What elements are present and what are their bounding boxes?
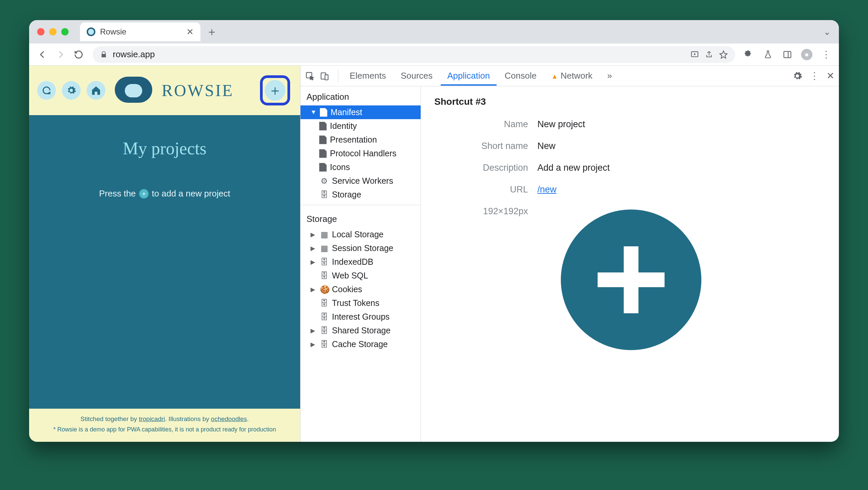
sidebar-item-manifest[interactable]: ▼ Manifest: [301, 105, 421, 119]
sidebar-item-icons[interactable]: Icons: [301, 160, 421, 174]
grid-icon: ▦: [320, 230, 329, 239]
minimize-window-button[interactable]: [49, 28, 57, 35]
bookmark-icon[interactable]: [719, 50, 728, 59]
value-url-link[interactable]: /new: [537, 184, 556, 194]
sidebar-item-local-storage[interactable]: ▶▦Local Storage: [301, 227, 421, 241]
toolbar-actions: ● ⋮: [742, 48, 833, 61]
back-button[interactable]: [35, 47, 50, 62]
address-bar[interactable]: rowsie.app: [93, 46, 735, 63]
close-tab-button[interactable]: ✕: [186, 27, 194, 37]
forward-button[interactable]: [53, 47, 68, 62]
devtools-close-icon[interactable]: ✕: [827, 70, 834, 81]
chevron-right-icon: ▶: [311, 231, 316, 238]
sidebar-item-shared-storage[interactable]: ▶🗄Shared Storage: [301, 324, 421, 337]
database-icon: 🗄: [320, 326, 329, 335]
footer-credits: Stitched together by tropicadri. Illustr…: [39, 416, 290, 423]
install-app-icon[interactable]: [690, 50, 699, 59]
app-body: My projects Press the ＋ to add a new pro…: [29, 115, 300, 409]
sidebar-section-storage: Storage: [301, 209, 421, 227]
devtools-tabs: Elements Sources Application Console Net…: [301, 66, 839, 86]
credit-link-1[interactable]: tropicadri: [139, 416, 165, 422]
new-tab-button[interactable]: ＋: [204, 24, 220, 40]
tabs-overflow[interactable]: »: [601, 66, 619, 86]
tab-network[interactable]: Network: [545, 66, 599, 86]
file-icon: [319, 122, 327, 130]
device-toolbar-icon[interactable]: [320, 71, 333, 81]
file-icon: [320, 108, 327, 117]
credit-link-2[interactable]: ochedoodles: [211, 416, 247, 422]
page-title: My projects: [123, 139, 207, 158]
file-icon: [319, 135, 327, 144]
add-project-button-highlight: ＋: [260, 75, 290, 105]
tab-title: Rowsie: [100, 27, 126, 36]
label-icon-size: 192×192px: [434, 206, 528, 217]
sidebar-item-cache-storage[interactable]: ▶🗄Cache Storage: [301, 337, 421, 351]
tab-sources[interactable]: Sources: [394, 66, 439, 86]
devtools-body: Application ▼ Manifest Identity Presenta…: [301, 86, 839, 442]
sidebar-item-websql[interactable]: 🗄Web SQL: [301, 269, 421, 282]
tabs-overflow-button[interactable]: ⌄: [824, 27, 831, 37]
devtools-settings-icon[interactable]: [793, 71, 802, 81]
svg-rect-5: [325, 74, 328, 80]
chevron-right-icon: ▶: [311, 245, 316, 252]
footer-disclaimer: * Rowsie is a demo app for PWA capabilit…: [39, 426, 290, 433]
tab-elements[interactable]: Elements: [343, 66, 393, 86]
sidebar-item-interest-groups[interactable]: 🗄Interest Groups: [301, 310, 421, 324]
sidebar-item-storage[interactable]: 🗄Storage: [301, 188, 421, 202]
favicon-icon: [87, 27, 95, 36]
sidebar-item-protocol-handlers[interactable]: Protocol Handlers: [301, 147, 421, 160]
file-icon: [319, 163, 327, 172]
grid-icon: ▦: [320, 244, 329, 253]
value-short-name: New: [537, 141, 555, 151]
content-area: ROWSIE ＋ My projects Press the ＋ to add …: [29, 66, 839, 442]
app-logo-text: ROWSIE: [162, 81, 234, 100]
omnibox-actions: [690, 50, 728, 59]
labs-icon[interactable]: [761, 48, 775, 61]
devtools-menu-icon[interactable]: ⋮: [810, 70, 819, 81]
devtools-panel: Elements Sources Application Console Net…: [300, 66, 839, 442]
home-button[interactable]: [87, 81, 105, 100]
label-url: URL: [434, 184, 528, 195]
chevron-down-icon: ▼: [311, 109, 316, 116]
tab-console[interactable]: Console: [498, 66, 543, 86]
rowsie-app: ROWSIE ＋ My projects Press the ＋ to add …: [29, 66, 300, 442]
side-panel-icon[interactable]: [781, 48, 794, 61]
tab-application[interactable]: Application: [441, 66, 497, 86]
share-icon[interactable]: [705, 50, 713, 59]
database-icon: 🗄: [320, 312, 329, 321]
sidebar-item-cookies[interactable]: ▶🍪Cookies: [301, 282, 421, 296]
profile-button[interactable]: ●: [800, 48, 813, 61]
sidebar-item-indexeddb[interactable]: ▶🗄IndexedDB: [301, 255, 421, 269]
sidebar-item-session-storage[interactable]: ▶▦Session Storage: [301, 241, 421, 255]
chevron-right-icon: ▶: [311, 341, 316, 348]
database-icon: 🗄: [320, 340, 329, 349]
settings-button[interactable]: [62, 81, 81, 100]
sidebar-item-service-workers[interactable]: ⚙Service Workers: [301, 174, 421, 188]
fullscreen-window-button[interactable]: [61, 28, 69, 35]
value-name: New project: [537, 119, 585, 129]
extensions-icon[interactable]: [742, 48, 755, 61]
browser-tab[interactable]: Rowsie ✕: [80, 23, 200, 41]
reload-button[interactable]: [71, 47, 86, 62]
sidebar-item-presentation[interactable]: Presentation: [301, 133, 421, 147]
database-icon: 🗄: [320, 299, 329, 308]
plus-icon: ＋: [139, 189, 149, 198]
browser-menu-button[interactable]: ⋮: [819, 48, 833, 61]
lock-icon: [100, 51, 107, 58]
file-icon: [319, 149, 327, 158]
application-sidebar: Application ▼ Manifest Identity Presenta…: [301, 86, 421, 442]
database-icon: 🗄: [320, 190, 329, 200]
sidebar-item-identity[interactable]: Identity: [301, 119, 421, 133]
close-window-button[interactable]: [37, 28, 44, 35]
inspect-element-icon[interactable]: [305, 71, 318, 81]
hint-text-pre: Press the: [99, 188, 136, 199]
tab-strip: Rowsie ✕ ＋ ⌄: [29, 20, 839, 43]
label-description: Description: [434, 163, 528, 173]
sync-button[interactable]: [37, 81, 56, 100]
app-footer: Stitched together by tropicadri. Illustr…: [29, 409, 300, 442]
plus-circle-icon: [561, 210, 701, 350]
add-project-button[interactable]: ＋: [265, 80, 285, 101]
browser-window: Rowsie ✕ ＋ ⌄ rowsie.app: [29, 20, 839, 442]
details-title: Shortcut #3: [434, 96, 826, 107]
sidebar-item-trust-tokens[interactable]: 🗄Trust Tokens: [301, 296, 421, 310]
